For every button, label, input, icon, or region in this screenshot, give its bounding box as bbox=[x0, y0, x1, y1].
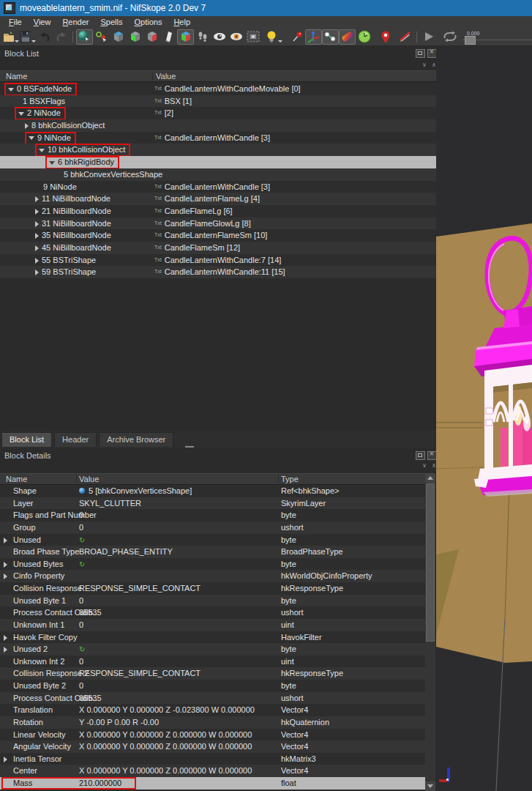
block-list-row[interactable]: 9 NiNodeTxtCandleLanternWithCandle [3] bbox=[0, 132, 436, 144]
block-details-row[interactable]: Process Contact Callb...65535ushort bbox=[0, 606, 425, 619]
block-details-row[interactable]: Unused Byte 10byte bbox=[0, 595, 425, 607]
block-list-row[interactable]: 2 NiNodeTxt[2] bbox=[0, 107, 436, 119]
block-list-row[interactable]: 55 BSTriShapeTxtCandleLanternWithCandle:… bbox=[0, 254, 436, 267]
hide-icon[interactable] bbox=[397, 29, 413, 45]
block-list-row[interactable]: 10 bhkCollisionObject bbox=[0, 144, 436, 156]
tab-block-list[interactable]: Block List bbox=[1, 432, 52, 447]
splitter-handle[interactable] bbox=[185, 446, 194, 448]
collapse-arrow-icon[interactable] bbox=[8, 88, 14, 92]
block-details-row[interactable]: Inertia TensorhkMatrix3 bbox=[0, 753, 425, 765]
loop-icon[interactable] bbox=[441, 29, 458, 45]
slider-track[interactable] bbox=[462, 36, 532, 43]
float-panel-icon[interactable] bbox=[416, 451, 425, 460]
expand-arrow-icon[interactable] bbox=[4, 562, 7, 568]
block-details-row[interactable]: Shape5 [bhkConvexVerticesShape]Ref<bhkSh… bbox=[0, 485, 425, 497]
block-details-row[interactable]: Unknown Int 10uint bbox=[0, 619, 425, 631]
location-pin-icon[interactable] bbox=[377, 29, 394, 45]
axes-gizmo-icon[interactable] bbox=[305, 29, 322, 45]
tab-archive-browser[interactable]: Archive Browser bbox=[99, 432, 173, 447]
eye-icon[interactable] bbox=[211, 29, 228, 45]
expand-arrow-icon[interactable] bbox=[35, 258, 39, 264]
expand-arrow-icon[interactable] bbox=[4, 757, 7, 762]
menu-file[interactable]: File bbox=[3, 17, 28, 27]
collapse-arrow-icon[interactable] bbox=[18, 112, 24, 116]
3d-viewport[interactable] bbox=[436, 45, 532, 791]
tab-header[interactable]: Header bbox=[54, 432, 97, 447]
block-list-row[interactable]: 31 NiBillboardNodeTxtCandleFlameGlowLg [… bbox=[0, 218, 436, 230]
expand-arrow-icon[interactable] bbox=[35, 233, 39, 239]
select-tool-icon[interactable] bbox=[93, 29, 110, 45]
block-details-row[interactable]: Unused Byte 20byte bbox=[0, 680, 425, 692]
block-details-row[interactable]: Unused 2↻byte bbox=[0, 643, 425, 656]
screenshot-icon[interactable] bbox=[244, 29, 261, 45]
plane-icon[interactable] bbox=[160, 29, 177, 45]
expand-arrow-icon[interactable] bbox=[35, 209, 39, 215]
column-name[interactable]: Name bbox=[6, 72, 27, 81]
block-details-row[interactable]: Unused Bytes↻byte bbox=[0, 558, 425, 571]
expand-all-icon[interactable]: ∧ bbox=[432, 62, 436, 68]
block-list-row[interactable]: 59 BSTriShapeTxtCandleLanternWithCandle:… bbox=[0, 266, 436, 278]
column-type[interactable]: Type bbox=[281, 475, 299, 483]
title-bar[interactable]: moveablelantern_smim.nif - NifSkope 2.0 … bbox=[0, 0, 532, 16]
block-details-row[interactable]: Collision ResponseRESPONSE_SIMPLE_CONTAC… bbox=[0, 582, 425, 595]
eye-orange-icon[interactable] bbox=[228, 29, 244, 45]
block-list-row[interactable]: 45 NiBillboardNodeTxtCandleFlameSm [12] bbox=[0, 242, 436, 254]
expand-arrow-icon[interactable] bbox=[4, 635, 7, 641]
save-icon[interactable] bbox=[19, 29, 36, 45]
column-name[interactable]: Name bbox=[6, 475, 27, 483]
block-details-row[interactable]: Havok Filter CopyHavokFilter bbox=[0, 631, 425, 644]
menu-options[interactable]: Options bbox=[128, 17, 168, 27]
expand-arrow-icon[interactable] bbox=[25, 123, 29, 129]
node-link-icon[interactable] bbox=[322, 29, 339, 45]
expand-arrow-icon[interactable] bbox=[4, 573, 7, 579]
open-file-icon[interactable] bbox=[2, 29, 19, 45]
block-details-row[interactable]: Group0ushort bbox=[0, 521, 425, 534]
scroll-down-icon[interactable] bbox=[425, 781, 435, 791]
float-panel-icon[interactable] bbox=[416, 49, 425, 58]
column-value[interactable]: Value bbox=[156, 72, 176, 81]
column-value[interactable]: Value bbox=[79, 475, 99, 483]
cube-blue-top-icon[interactable] bbox=[110, 29, 127, 45]
slider-handle[interactable] bbox=[465, 36, 476, 45]
block-list-row[interactable]: 0 BSFadeNodeTxtCandleLanternWithCandleMo… bbox=[0, 83, 436, 95]
play-icon[interactable] bbox=[420, 29, 437, 45]
undo-icon[interactable] bbox=[36, 29, 53, 45]
gradient-capsule-icon[interactable] bbox=[339, 29, 356, 45]
block-details-row[interactable]: Broad Phase TypeBROAD_PHASE_ENTITYBroadP… bbox=[0, 546, 425, 558]
menu-render[interactable]: Render bbox=[56, 17, 94, 27]
block-details-row[interactable]: CenterX 0.000000 Y 0.000000 Z 0.000000 W… bbox=[0, 765, 425, 777]
expand-arrow-icon[interactable] bbox=[35, 221, 39, 227]
block-list-row[interactable]: 6 bhkRigidBody bbox=[0, 156, 436, 168]
block-details-row[interactable]: Linear VelocityX 0.000000 Y 0.000000 Z 0… bbox=[0, 729, 425, 741]
lightbulb-icon[interactable] bbox=[266, 29, 282, 45]
scrollbar-thumb[interactable] bbox=[426, 483, 435, 642]
collapse-arrow-icon[interactable] bbox=[39, 149, 45, 152]
collapse-all-icon[interactable]: ∨ bbox=[422, 62, 427, 68]
collapse-arrow-icon[interactable] bbox=[29, 136, 34, 140]
expand-arrow-icon[interactable] bbox=[4, 538, 7, 543]
collapse-all-icon[interactable]: ∨ bbox=[422, 463, 427, 469]
footsteps-icon[interactable] bbox=[194, 29, 211, 45]
expand-arrow-icon[interactable] bbox=[35, 270, 39, 275]
block-details-row[interactable]: Unused↻byte bbox=[0, 534, 425, 546]
cube-red-side-icon[interactable] bbox=[143, 29, 160, 45]
block-list-row[interactable]: 11 NiBillboardNodeTxtCandleLanternFlameL… bbox=[0, 193, 436, 205]
block-list-row[interactable]: 1 BSXFlagsTxtBSX [1] bbox=[0, 95, 436, 108]
block-details-row[interactable]: RotationY -0.00 P 0.00 R -0.00hkQuaterni… bbox=[0, 716, 425, 729]
block-details-row[interactable]: Unknown Int 20uint bbox=[0, 656, 425, 668]
expand-arrow-icon[interactable] bbox=[35, 245, 39, 251]
block-list-row[interactable]: 8 bhkCollisionObject bbox=[0, 119, 436, 132]
block-details-row[interactable]: Angular VelocityX 0.000000 Y 0.000000 Z … bbox=[0, 740, 425, 753]
pushpin-icon[interactable] bbox=[288, 29, 305, 45]
scroll-up-icon[interactable] bbox=[425, 473, 435, 483]
block-list-row[interactable]: 5 bhkConvexVerticesShape bbox=[0, 168, 436, 181]
redo-icon[interactable] bbox=[53, 29, 70, 45]
animation-slider[interactable]: 0.000 bbox=[462, 31, 532, 43]
details-scrollbar[interactable] bbox=[425, 473, 435, 791]
block-details-row[interactable]: Collision Response 2RESPONSE_SIMPLE_CONT… bbox=[0, 667, 425, 680]
menu-spells[interactable]: Spells bbox=[95, 17, 129, 27]
block-details-row[interactable]: Flags and Part Number0byte bbox=[0, 509, 425, 521]
block-details-row[interactable]: TranslationX 0.000000 Y 0.000000 Z -0.02… bbox=[0, 704, 425, 716]
block-details-row[interactable]: Mass210.000000float bbox=[0, 777, 425, 790]
rgb-cube-icon[interactable] bbox=[177, 29, 194, 45]
